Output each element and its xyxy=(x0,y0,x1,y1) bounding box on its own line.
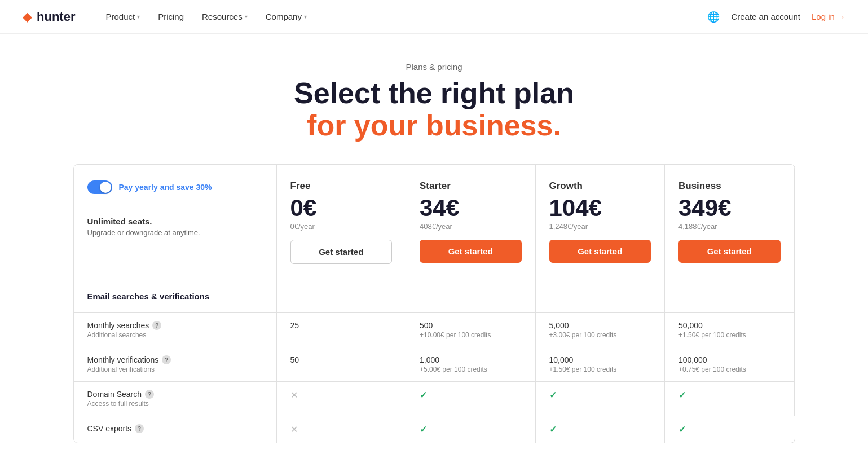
nav-pricing[interactable]: Pricing xyxy=(150,7,192,26)
feature-value-cell-1-1: 1,000 +5.00€ per 100 credits xyxy=(406,347,536,382)
section-header-starter xyxy=(406,280,536,313)
plan-name-growth: Growth xyxy=(549,180,651,192)
plan-name-business: Business xyxy=(678,180,781,192)
plan-price-business: 349€ xyxy=(678,196,781,220)
feature-value-cell-1-0: 50 xyxy=(277,347,407,382)
chevron-down-icon: ▾ xyxy=(137,14,140,20)
unlimited-seats: Unlimited seats. xyxy=(87,217,263,226)
section-header-business xyxy=(665,280,795,313)
info-icon[interactable]: ? xyxy=(162,355,171,364)
logo-text: hunter xyxy=(37,10,75,24)
feature-value-cell-2-0: ✕ xyxy=(277,382,407,416)
login-link[interactable]: Log in → xyxy=(812,12,845,21)
feature-value-cell-0-1: 500 +10.00€ per 100 credits xyxy=(406,313,536,347)
check-icon: ✓ xyxy=(549,425,557,434)
check-icon: ✓ xyxy=(678,425,686,434)
upgrade-text: Upgrade or downgrade at anytime. xyxy=(87,228,263,237)
feature-value-cell-1-2: 10,000 +1.50€ per 100 credits xyxy=(536,347,666,382)
check-icon: ✓ xyxy=(678,390,686,400)
toggle-knob xyxy=(100,182,111,193)
plan-name-starter: Starter xyxy=(420,180,522,192)
nav-product[interactable]: Product ▾ xyxy=(98,7,148,26)
pricing-table: Pay yearly and save 30% Unlimited seats.… xyxy=(73,164,795,443)
plan-price-year-starter: 408€/year xyxy=(420,222,522,231)
create-account-link[interactable]: Create an account xyxy=(731,12,800,21)
plan-price-free: 0€ xyxy=(290,196,393,220)
feature-value-cell-2-3: ✓ xyxy=(665,382,795,416)
section-header-label: Email searches & verifications xyxy=(74,280,277,313)
plan-header-free: Free 0€ 0€/year Get started xyxy=(277,165,407,280)
get-started-starter[interactable]: Get started xyxy=(420,240,522,263)
hero-subtitle: Plans & pricing xyxy=(11,62,857,72)
yearly-toggle[interactable] xyxy=(87,180,112,194)
get-started-free[interactable]: Get started xyxy=(290,240,393,264)
logo[interactable]: ◆ hunter xyxy=(23,10,75,24)
check-icon: ✓ xyxy=(420,425,427,434)
feature-value-cell-0-2: 5,000 +3.00€ per 100 credits xyxy=(536,313,666,347)
hero-section: Plans & pricing Select the right plan fo… xyxy=(0,34,868,164)
nav-company[interactable]: Company ▾ xyxy=(258,7,315,26)
get-started-growth[interactable]: Get started xyxy=(549,240,651,263)
seat-info: Unlimited seats. Upgrade or downgrade at… xyxy=(87,217,263,237)
hero-title: Select the right plan for your business. xyxy=(11,77,857,142)
feature-label-cell-2: Domain Search ? Access to full results xyxy=(74,382,277,416)
plan-price-year-growth: 1,248€/year xyxy=(549,222,651,231)
plan-header-business: Business 349€ 4,188€/year Get started xyxy=(665,165,795,280)
check-icon: ✓ xyxy=(549,390,557,400)
globe-icon[interactable]: 🌐 xyxy=(707,11,720,23)
feature-value-cell-0-3: 50,000 +1.50€ per 100 credits xyxy=(665,313,795,347)
cross-icon: ✕ xyxy=(290,425,298,434)
feature-value-cell-3-0: ✕ xyxy=(277,416,407,443)
toggle-row: Pay yearly and save 30% xyxy=(87,180,263,194)
feature-label-cell-3: CSV exports ? xyxy=(74,416,277,443)
toggle-label: Pay yearly and save 30% xyxy=(119,183,212,192)
feature-label-cell-1: Monthly verifications ? Additional verif… xyxy=(74,347,277,382)
plan-price-growth: 104€ xyxy=(549,196,651,220)
info-icon[interactable]: ? xyxy=(145,390,154,399)
plan-name-free: Free xyxy=(290,180,393,192)
feature-value-cell-1-3: 100,000 +0.75€ per 100 credits xyxy=(665,347,795,382)
chevron-down-icon: ▾ xyxy=(245,14,248,20)
check-icon: ✓ xyxy=(420,390,427,400)
cross-icon: ✕ xyxy=(290,390,298,400)
feature-value-cell-3-1: ✓ xyxy=(406,416,536,443)
get-started-business[interactable]: Get started xyxy=(678,240,781,263)
section-header-growth xyxy=(536,280,666,313)
plan-price-year-free: 0€/year xyxy=(290,222,393,231)
feature-value-cell-2-1: ✓ xyxy=(406,382,536,416)
chevron-down-icon: ▾ xyxy=(304,14,307,20)
feature-value-cell-3-3: ✓ xyxy=(665,416,795,443)
feature-label-cell-0: Monthly searches ? Additional searches xyxy=(74,313,277,347)
section-title: Email searches & verifications xyxy=(87,292,263,301)
logo-icon: ◆ xyxy=(23,10,32,24)
feature-value-cell-2-2: ✓ xyxy=(536,382,666,416)
toggle-accent: save 30% xyxy=(176,183,212,192)
nav-resources[interactable]: Resources ▾ xyxy=(194,7,255,26)
feature-value-cell-0-0: 25 xyxy=(277,313,407,347)
hero-title-line1: Select the right plan xyxy=(294,77,574,109)
info-icon[interactable]: ? xyxy=(135,424,144,433)
pricing-container: Pay yearly and save 30% Unlimited seats.… xyxy=(62,164,807,454)
hero-title-accent: for your business. xyxy=(307,109,561,142)
toggle-cell: Pay yearly and save 30% Unlimited seats.… xyxy=(74,165,277,280)
section-header-free xyxy=(277,280,407,313)
plan-price-starter: 34€ xyxy=(420,196,522,220)
navigation: ◆ hunter Product ▾ Pricing Resources ▾ C… xyxy=(0,0,868,34)
plan-price-year-business: 4,188€/year xyxy=(678,222,781,231)
nav-right: 🌐 Create an account Log in → xyxy=(707,11,845,23)
info-icon[interactable]: ? xyxy=(152,321,161,330)
nav-links: Product ▾ Pricing Resources ▾ Company ▾ xyxy=(98,7,707,26)
plan-header-growth: Growth 104€ 1,248€/year Get started xyxy=(536,165,666,280)
plan-header-starter: Starter 34€ 408€/year Get started xyxy=(406,165,536,280)
feature-value-cell-3-2: ✓ xyxy=(536,416,666,443)
